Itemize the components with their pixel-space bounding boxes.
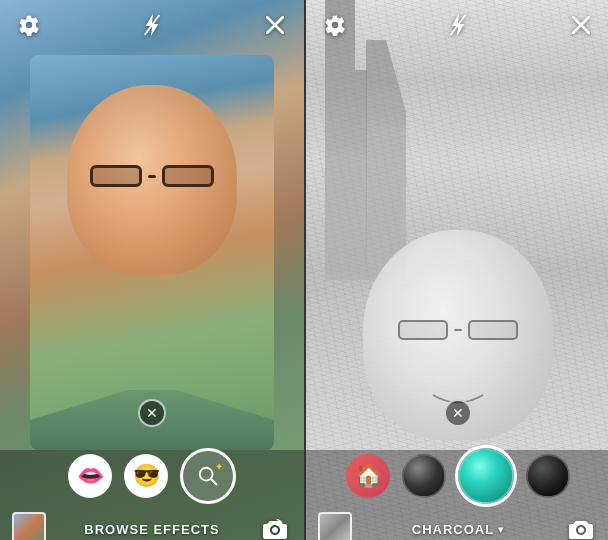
filter-name-button[interactable]: CHARCOAL ▾ (412, 522, 504, 537)
flash-icon-right (449, 14, 467, 36)
teal-sphere-icon (460, 450, 512, 502)
filter-name-text: CHARCOAL (412, 522, 494, 537)
right-camera-screen: ✕ 🏠 CHARCOAL ▾ (306, 0, 608, 540)
close-button-right[interactable] (567, 11, 595, 39)
chevron-down-icon: ▾ (498, 524, 504, 535)
filter-close-button-right[interactable]: ✕ (444, 399, 472, 427)
charcoal-filter-button[interactable] (458, 448, 514, 504)
flash-button-right[interactable] (444, 11, 472, 39)
camera-flip-button-left[interactable] (258, 512, 292, 540)
bottom-bar-left: ✕ 👄 😎 ✦ BROWSE (0, 450, 304, 540)
flash-icon-left (143, 14, 161, 36)
flip-camera-icon-left (263, 519, 287, 539)
browse-effects-icon: ✦ (197, 465, 219, 487)
close-x-label-right: ✕ (452, 405, 464, 421)
top-bar-right (306, 0, 608, 50)
filter-bubble-row-left: 👄 😎 ✦ (68, 448, 236, 504)
glasses-sketch (393, 320, 523, 340)
sunglasses-filter-button[interactable]: 😎 (124, 454, 168, 498)
house-emoji: 🏠 (355, 463, 382, 489)
close-icon-right (572, 16, 590, 34)
photo-content-left (30, 55, 274, 450)
house-filter-button[interactable]: 🏠 (346, 454, 390, 498)
close-x-label: ✕ (146, 405, 158, 421)
thumbnail-preview-left[interactable] (12, 512, 46, 540)
left-camera-screen: ✕ 👄 😎 ✦ BROWSE (0, 0, 304, 540)
bottom-labels-right: CHARCOAL ▾ (306, 512, 608, 540)
sphere-filter-button[interactable] (402, 454, 446, 498)
star-badge: ✦ (215, 461, 223, 472)
top-bar-left (0, 0, 304, 50)
dark-filter-button[interactable] (526, 454, 570, 498)
svg-line-5 (211, 479, 217, 485)
gear-button-left[interactable] (15, 11, 43, 39)
sunglasses-emoji: 😎 (133, 463, 160, 489)
gear-button-right[interactable] (321, 11, 349, 39)
browse-effects-label[interactable]: BROWSE EFFECTS (84, 522, 219, 537)
close-button-left[interactable] (261, 11, 289, 39)
close-icon-left (266, 16, 284, 34)
lips-filter-button[interactable]: 👄 (68, 454, 112, 498)
gear-icon-right (324, 14, 346, 36)
lips-emoji: 👄 (77, 463, 104, 489)
flip-camera-icon-right (569, 519, 593, 539)
camera-flip-button-right[interactable] (564, 512, 598, 540)
bottom-labels-left: BROWSE EFFECTS (0, 512, 304, 540)
flash-button-left[interactable] (138, 11, 166, 39)
filter-close-button[interactable]: ✕ (138, 399, 166, 427)
sphere-icon (404, 456, 444, 496)
glasses (87, 165, 217, 187)
filter-bubble-row-right: 🏠 (346, 448, 570, 504)
dark-sphere-icon (528, 456, 568, 496)
bottom-bar-right: ✕ 🏠 CHARCOAL ▾ (306, 450, 608, 540)
browse-effects-button[interactable]: ✦ (180, 448, 236, 504)
thumbnail-preview-right[interactable] (318, 512, 352, 540)
thumb-sketch-img (320, 514, 350, 540)
gear-icon-left (18, 14, 40, 36)
